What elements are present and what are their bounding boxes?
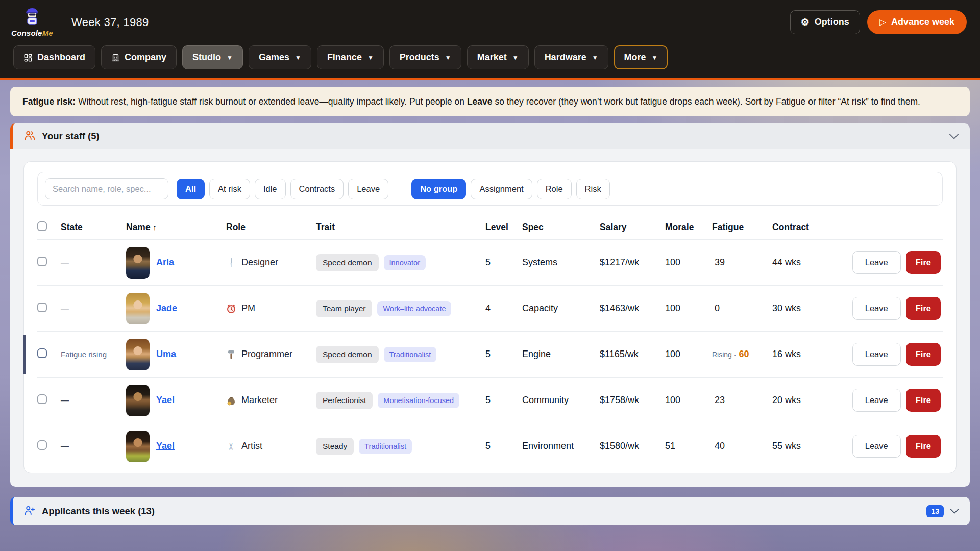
nav-market[interactable]: Market▼ xyxy=(467,45,529,69)
filter-idle[interactable]: Idle xyxy=(255,179,286,199)
logo-text: ConsoleMe xyxy=(11,29,53,37)
col-state[interactable]: State xyxy=(61,222,126,233)
row-checkbox[interactable] xyxy=(37,440,47,450)
fire-button[interactable]: Fire xyxy=(906,297,941,320)
nav-hardware[interactable]: Hardware▼ xyxy=(534,45,608,69)
table-row: — Yael Marketer Perfectionist Monetisati… xyxy=(37,377,943,423)
money-bag-icon xyxy=(226,395,236,406)
avatar xyxy=(126,339,150,370)
logo-mascot-icon xyxy=(21,7,43,30)
col-salary[interactable]: Salary xyxy=(600,222,665,233)
building-icon xyxy=(111,53,120,62)
search-input[interactable] xyxy=(45,178,168,199)
row-checkbox[interactable] xyxy=(37,394,47,404)
main-nav: Dashboard Company Studio▼ Games▼ Finance… xyxy=(13,45,967,69)
col-role[interactable]: Role xyxy=(226,222,316,233)
col-level[interactable]: Level xyxy=(485,222,522,233)
chevron-down-icon: ▼ xyxy=(592,55,598,61)
avatar xyxy=(126,293,150,324)
banner-lead: Fatigue risk: xyxy=(22,96,76,107)
col-spec[interactable]: Spec xyxy=(522,222,600,233)
staff-name-link[interactable]: Yael xyxy=(156,441,175,452)
group-role[interactable]: Role xyxy=(537,179,572,199)
salary-cell: $1580/wk xyxy=(600,441,665,452)
table-row: Fatigue rising Uma Programmer Speed demo… xyxy=(37,331,943,377)
gear-icon: ⚙ xyxy=(801,17,810,27)
banner-bold-leave: Leave xyxy=(467,96,493,107)
advance-week-label: Advance week xyxy=(891,17,954,28)
staff-name-link[interactable]: Yael xyxy=(156,395,175,406)
nav-studio[interactable]: Studio▼ xyxy=(182,45,243,69)
state-cell: — xyxy=(61,396,126,405)
trait-chip-secondary: Traditionalist xyxy=(384,347,437,362)
nav-company[interactable]: Company xyxy=(101,45,177,69)
table-row: — Aria Designer Speed demon Innovator 5 … xyxy=(37,239,943,285)
staff-people-icon xyxy=(24,130,35,142)
leave-button[interactable]: Leave xyxy=(852,251,901,274)
morale-cell: 100 xyxy=(665,257,712,268)
row-checkbox[interactable] xyxy=(37,303,47,312)
week-title: Week 37, 1989 xyxy=(71,16,149,29)
spec-cell: Systems xyxy=(522,257,600,268)
options-label: Options xyxy=(815,17,849,28)
advance-week-button[interactable]: ▷ Advance week xyxy=(867,10,967,34)
collapse-chevron-icon[interactable] xyxy=(949,134,959,139)
avatar xyxy=(126,385,150,416)
collapse-chevron-icon[interactable] xyxy=(950,509,959,514)
group-no-group[interactable]: No group xyxy=(411,179,466,199)
role-label: Marketer xyxy=(241,395,278,406)
filter-contracts[interactable]: Contracts xyxy=(290,179,344,199)
person-plus-icon xyxy=(24,505,35,517)
role-label: Artist xyxy=(241,441,262,452)
col-contract[interactable]: Contract xyxy=(772,222,835,233)
staff-name-link[interactable]: Jade xyxy=(156,303,177,314)
leave-button[interactable]: Leave xyxy=(852,297,901,320)
staff-panel: All At risk Idle Contracts Leave No grou… xyxy=(23,161,957,473)
spec-cell: Environment xyxy=(522,441,600,452)
options-button[interactable]: ⚙ Options xyxy=(790,10,860,34)
col-name[interactable]: Name↑ xyxy=(126,222,226,233)
filter-all[interactable]: All xyxy=(177,179,205,199)
select-all-checkbox[interactable] xyxy=(37,221,47,231)
paintbrush-icon xyxy=(226,258,236,268)
col-fatigue[interactable]: Fatigue xyxy=(712,222,772,233)
nav-products[interactable]: Products▼ xyxy=(389,45,461,69)
table-header: State Name↑ Role Trait Level Spec Salary… xyxy=(37,215,943,239)
nav-more[interactable]: More▼ xyxy=(614,45,668,69)
staff-name-link[interactable]: Uma xyxy=(156,349,176,360)
fatigue-cell: Rising ·60 xyxy=(712,349,772,360)
group-risk[interactable]: Risk xyxy=(576,179,610,199)
trait-chip: Speed demon xyxy=(316,346,379,363)
row-checkbox[interactable] xyxy=(37,257,47,266)
col-morale[interactable]: Morale xyxy=(665,222,712,233)
nav-finance[interactable]: Finance▼ xyxy=(317,45,384,69)
morale-cell: 51 xyxy=(665,441,712,452)
role-label: Designer xyxy=(241,257,278,268)
staff-name-link[interactable]: Aria xyxy=(156,257,174,268)
fire-button[interactable]: Fire xyxy=(906,435,941,458)
leave-button[interactable]: Leave xyxy=(852,389,901,412)
avatar xyxy=(126,247,150,279)
filter-leave[interactable]: Leave xyxy=(348,179,388,199)
contract-cell: 30 wks xyxy=(772,303,835,314)
filter-at-risk[interactable]: At risk xyxy=(209,179,250,199)
fire-button[interactable]: Fire xyxy=(906,389,941,412)
fire-button[interactable]: Fire xyxy=(906,251,941,274)
role-label: PM xyxy=(241,303,255,314)
contract-cell: 20 wks xyxy=(772,395,835,406)
col-trait[interactable]: Trait xyxy=(316,222,485,233)
leave-button[interactable]: Leave xyxy=(852,343,901,366)
spec-cell: Capacity xyxy=(522,303,600,314)
contract-cell: 44 wks xyxy=(772,257,835,268)
row-checkbox[interactable] xyxy=(37,348,47,358)
applicants-section-header[interactable]: Applicants this week (13) 13 xyxy=(10,497,970,525)
salary-cell: $1165/wk xyxy=(600,349,665,360)
group-assignment[interactable]: Assignment xyxy=(471,179,532,199)
nav-dashboard[interactable]: Dashboard xyxy=(13,45,95,69)
leave-button[interactable]: Leave xyxy=(852,435,901,458)
your-staff-header[interactable]: Your staff (5) xyxy=(10,123,970,149)
salary-cell: $1758/wk xyxy=(600,395,665,406)
nav-games[interactable]: Games▼ xyxy=(249,45,311,69)
fire-button[interactable]: Fire xyxy=(906,343,941,366)
salary-cell: $1463/wk xyxy=(600,303,665,314)
